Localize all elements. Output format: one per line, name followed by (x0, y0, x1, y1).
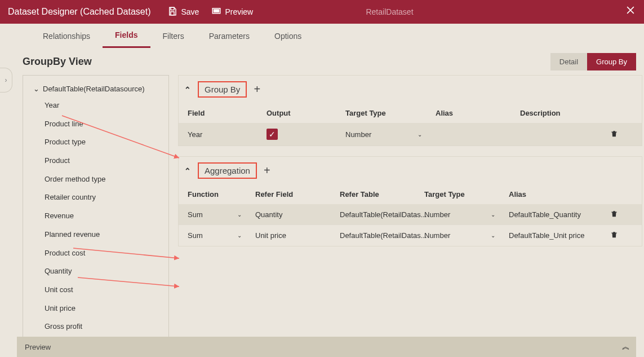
expand-side-panel[interactable]: › (0, 68, 12, 92)
col-target-type: Target Type (345, 109, 436, 117)
groupby-row[interactable]: Year ✓ Number ⌄ (179, 123, 642, 146)
trash-icon (610, 131, 618, 139)
trash-icon (610, 232, 618, 240)
tree-item-gross-profit[interactable]: Gross profit (23, 318, 168, 336)
ag-alias[interactable]: DefaultTable_Quantity (509, 210, 610, 219)
preview-button[interactable]: Preview (211, 6, 253, 18)
aggregation-headers: Function Refer Field Refer Table Target … (179, 184, 642, 204)
groupby-toggle[interactable]: Group By (587, 53, 636, 70)
chevron-down-icon: ⌄ (237, 232, 242, 239)
tree-item-revenue[interactable]: Revenue (23, 207, 168, 226)
aggregation-row[interactable]: Sum ⌄ Quantity DefaultTable(RetailDatas.… (179, 204, 642, 225)
ag-refer-table: DefaultTable(RetailDatas... (340, 231, 424, 240)
aggregation-section: ⌃ Aggregation + Function Refer Field Ref… (178, 156, 642, 246)
save-label: Save (181, 7, 199, 16)
tab-fields[interactable]: Fields (103, 24, 150, 48)
ag-target-type-select[interactable]: Number ⌄ (424, 210, 509, 219)
delete-aggregation-row[interactable] (610, 231, 633, 240)
delete-aggregation-row[interactable] (610, 210, 633, 219)
col-field: Field (188, 109, 267, 117)
add-aggregation-button[interactable]: + (264, 164, 270, 177)
tab-parameters[interactable]: Parameters (197, 25, 262, 47)
col-refer-field: Refer Field (255, 190, 340, 199)
save-button[interactable]: Save (167, 6, 199, 18)
aggregation-head: ⌃ Aggregation + (179, 159, 642, 184)
view-header: GroupBy View Detail Group By (0, 49, 644, 75)
chevron-up-icon[interactable]: ⌃ (184, 85, 191, 94)
chevron-down-icon: ⌄ (418, 131, 422, 138)
tree-item-quantity[interactable]: Quantity (23, 262, 168, 281)
chevron-down-icon: ⌄ (237, 211, 242, 218)
ag-function-select[interactable]: Sum ⌄ (188, 210, 255, 219)
aggregation-row[interactable]: Sum ⌄ Unit price DefaultTable(RetailData… (179, 225, 642, 246)
view-title: GroupBy View (23, 56, 92, 68)
app-title: Dataset Designer (Cached Dataset) (8, 7, 150, 17)
col-output: Output (267, 109, 345, 117)
titlebar: Dataset Designer (Cached Dataset) Save P… (0, 0, 644, 24)
tree-item-planned-revenue[interactable]: Planned revenue (23, 226, 168, 244)
gb-target-type-select[interactable]: Number ⌄ (345, 130, 436, 139)
svg-rect-1 (171, 11, 174, 15)
check-icon: ✓ (267, 129, 278, 140)
gb-output-checkbox[interactable]: ✓ (267, 129, 345, 140)
gb-field: Year (188, 130, 267, 139)
tree-item-order-method-type[interactable]: Order method type (23, 170, 168, 189)
detail-toggle[interactable]: Detail (550, 53, 587, 70)
preview-bar[interactable]: Preview ︽ (17, 337, 636, 357)
chevron-up-icon[interactable]: ⌃ (184, 166, 191, 175)
tree-item-product[interactable]: Product (23, 152, 168, 170)
ag-refer-field: Quantity (255, 210, 340, 219)
ag-refer-table: DefaultTable(RetailDatas... (340, 210, 424, 219)
ag-alias[interactable]: DefaultTable_Unit price (509, 231, 610, 240)
col-function: Function (188, 190, 255, 199)
tree-item-product-type[interactable]: Product type (23, 133, 168, 152)
preview-label: Preview (225, 7, 253, 16)
tree-item-retailer-country[interactable]: Retailer country (23, 188, 168, 207)
trash-icon (610, 211, 618, 219)
ag-refer-field: Unit price (255, 231, 340, 240)
svg-rect-0 (171, 7, 174, 10)
tree-item-product-line[interactable]: Product line (23, 115, 168, 134)
groupby-title: Group By (198, 81, 247, 98)
tab-bar: Relationships Fields Filters Parameters … (0, 24, 644, 49)
tree-item-unit-cost[interactable]: Unit cost (23, 281, 168, 299)
tree-root-label: DefaultTable(RetailDatasource) (43, 85, 145, 93)
groupby-section: ⌃ Group By + Field Output Target Type Al… (178, 75, 642, 146)
field-tree: ⌄ DefaultTable(RetailDatasource) Year Pr… (23, 75, 169, 357)
tree-item-product-cost[interactable]: Product cost (23, 244, 168, 263)
chevron-down-icon: ⌄ (33, 85, 39, 93)
col-description: Description (520, 109, 610, 117)
content: ⌄ DefaultTable(RetailDatasource) Year Pr… (0, 75, 644, 357)
col-target-type: Target Type (424, 190, 509, 199)
tab-relationships[interactable]: Relationships (30, 25, 103, 47)
aggregation-title: Aggregation (198, 162, 257, 179)
view-toggle: Detail Group By (550, 53, 636, 70)
close-button[interactable] (625, 5, 636, 17)
chevron-down-icon: ⌄ (491, 232, 495, 239)
col-alias: Alias (436, 109, 520, 117)
save-icon (167, 6, 177, 18)
ag-target-type-select[interactable]: Number ⌄ (424, 231, 509, 240)
groupby-headers: Field Output Target Type Alias Descripti… (179, 103, 642, 123)
main-panel: ⌃ Group By + Field Output Target Type Al… (178, 75, 642, 357)
expand-up-icon[interactable]: ︽ (622, 342, 628, 352)
add-groupby-button[interactable]: + (254, 83, 260, 96)
close-icon (625, 9, 636, 17)
tree-item-unit-price[interactable]: Unit price (23, 299, 168, 318)
preview-bar-label: Preview (25, 343, 51, 351)
delete-groupby-row[interactable] (610, 130, 633, 139)
col-alias: Alias (509, 190, 610, 199)
tree-root[interactable]: ⌄ DefaultTable(RetailDatasource) (23, 81, 168, 96)
ag-function-select[interactable]: Sum ⌄ (188, 231, 255, 240)
svg-rect-3 (214, 10, 219, 12)
tab-filters[interactable]: Filters (150, 25, 197, 47)
dataset-name: RetailDataset (366, 7, 413, 16)
chevron-down-icon: ⌄ (491, 211, 495, 218)
col-refer-table: Refer Table (340, 190, 424, 199)
tree-item-year[interactable]: Year (23, 96, 168, 115)
tab-options[interactable]: Options (262, 25, 314, 47)
chevron-right-icon: › (5, 76, 7, 84)
groupby-head: ⌃ Group By + (179, 78, 642, 103)
preview-icon (211, 6, 221, 18)
